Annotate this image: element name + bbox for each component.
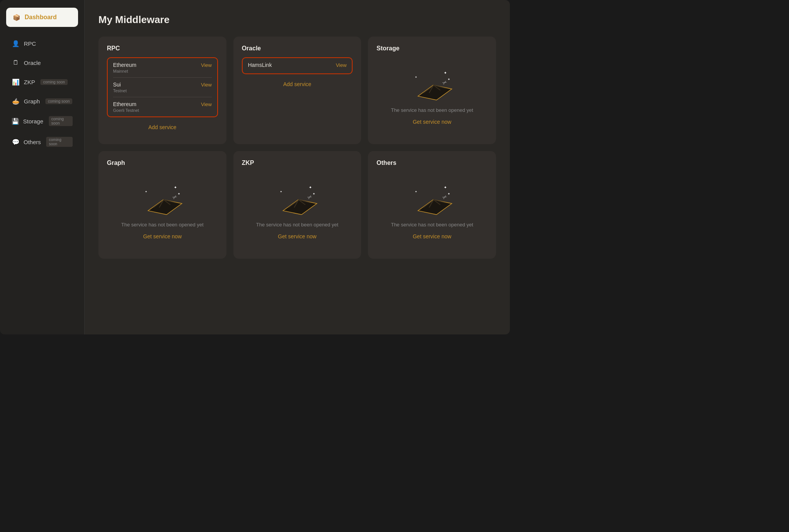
graph-carpet-svg: ✦ ✦ ✦ ✂ — [139, 184, 185, 215]
table-row: HamsLink View — [243, 58, 352, 69]
rpc-view-0[interactable]: View — [201, 62, 212, 68]
storage-icon: 💾 — [12, 117, 19, 125]
zkp-illustration: ✦ ✦ ✦ ✂ — [274, 184, 320, 215]
svg-text:✦: ✦ — [444, 185, 447, 190]
rpc-icon: 👤 — [12, 39, 20, 48]
oracle-card: Oracle HamsLink View Add service — [233, 37, 361, 144]
oracle-card-title: Oracle — [242, 45, 353, 52]
others-card-title: Others — [376, 160, 396, 166]
others-icon: 💬 — [12, 138, 20, 146]
sidebar-others-label: Others — [23, 139, 41, 145]
svg-text:✦: ✦ — [309, 185, 312, 190]
oracle-view-0[interactable]: View — [336, 62, 346, 68]
zkp-card: ZKP ✦ ✦ ✦ ✂ — [233, 151, 361, 259]
graph-icon: 🥧 — [12, 97, 20, 105]
rpc-card-title: RPC — [107, 45, 218, 52]
graph-badge: coming soon — [45, 98, 73, 104]
rpc-view-2[interactable]: View — [201, 101, 212, 107]
rpc-service-name-0: Ethereum — [113, 62, 136, 68]
graph-card-title: Graph — [107, 160, 125, 166]
rpc-service-name-2: Ethereum — [113, 101, 136, 107]
storage-coming-soon: ✦ ✦ ✦ ✂ The service has not been opened … — [391, 57, 473, 137]
svg-text:✦: ✦ — [448, 78, 450, 81]
others-badge: coming soon — [46, 137, 73, 147]
oracle-service-name-0: HamsLink — [248, 62, 272, 68]
sidebar-item-others[interactable]: 💬 Others coming soon — [6, 132, 78, 151]
sidebar-graph-label: Graph — [24, 98, 40, 105]
sidebar-item-zkp[interactable]: 📊 ZKP coming soon — [6, 73, 78, 91]
storage-badge: coming soon — [49, 116, 73, 126]
rpc-card: RPC Ethereum View Mainnet Sui View Testn… — [98, 37, 226, 144]
oracle-add-service-button[interactable]: Add service — [242, 81, 353, 87]
zkp-not-opened: The service has not been opened yet — [256, 221, 338, 229]
main-content: My Middleware RPC Ethereum View Mainnet … — [85, 0, 510, 334]
rpc-view-1[interactable]: View — [201, 82, 212, 88]
graph-illustration: ✦ ✦ ✦ ✂ — [139, 184, 185, 215]
svg-text:✦: ✦ — [174, 185, 177, 190]
others-not-opened: The service has not been opened yet — [391, 221, 473, 229]
svg-text:✦: ✦ — [178, 192, 180, 196]
dashboard-nav-item[interactable]: 📦 Dashboard — [6, 8, 78, 27]
zkp-coming-soon: ✦ ✦ ✦ ✂ The service has not been opened … — [256, 172, 338, 252]
carpet-svg: ✦ ✦ ✦ ✂ — [409, 70, 455, 100]
others-coming-soon: ✦ ✦ ✦ ✂ The service has not been opened … — [391, 172, 473, 252]
sidebar-rpc-label: RPC — [24, 40, 36, 47]
middleware-grid: RPC Ethereum View Mainnet Sui View Testn… — [98, 37, 496, 259]
svg-text:✦: ✦ — [415, 190, 417, 193]
svg-text:✦: ✦ — [145, 190, 147, 193]
zkp-card-title: ZKP — [242, 160, 254, 166]
zkp-icon: 📊 — [12, 78, 20, 86]
rpc-service-sub-1: Testnet — [108, 88, 217, 97]
storage-not-opened: The service has not been opened yet — [391, 106, 473, 114]
page-title: My Middleware — [98, 14, 496, 26]
rpc-service-sub-0: Mainnet — [108, 69, 217, 77]
sidebar-item-graph[interactable]: 🥧 Graph coming soon — [6, 92, 78, 110]
svg-text:✦: ✦ — [280, 190, 282, 193]
svg-text:✦: ✦ — [448, 192, 450, 196]
table-row: Ethereum View — [108, 97, 217, 108]
rpc-service-sub-2: Goerli Testnet — [108, 108, 217, 116]
oracle-icon: 🗒 — [12, 58, 20, 67]
others-card: Others ✦ ✦ ✦ ✂ — [368, 151, 496, 259]
sidebar-item-rpc[interactable]: 👤 RPC — [6, 35, 78, 52]
graph-card: Graph ✦ ✦ ✦ ✂ — [98, 151, 226, 259]
graph-get-service-button[interactable]: Get service now — [143, 233, 181, 239]
storage-get-service-button[interactable]: Get service now — [413, 119, 451, 125]
others-illustration: ✦ ✦ ✦ ✂ — [409, 184, 455, 215]
zkp-get-service-button[interactable]: Get service now — [278, 233, 316, 239]
rpc-service-name-1: Sui — [113, 81, 121, 88]
others-get-service-button[interactable]: Get service now — [413, 233, 451, 239]
graph-coming-soon: ✦ ✦ ✦ ✂ The service has not been opened … — [121, 172, 203, 252]
storage-card-title: Storage — [376, 45, 399, 52]
dashboard-icon: 📦 — [12, 13, 21, 22]
sidebar-storage-label: Storage — [23, 118, 43, 125]
others-carpet-svg: ✦ ✦ ✦ ✂ — [409, 184, 455, 215]
sidebar-zkp-label: ZKP — [24, 79, 35, 85]
storage-illustration: ✦ ✦ ✦ ✂ — [409, 70, 455, 100]
svg-text:✦: ✦ — [444, 71, 447, 75]
table-row: Ethereum View — [108, 58, 217, 69]
zkp-badge: coming soon — [40, 79, 68, 85]
graph-not-opened: The service has not been opened yet — [121, 221, 203, 229]
svg-text:✦: ✦ — [313, 192, 315, 196]
sidebar-item-storage[interactable]: 💾 Storage coming soon — [6, 111, 78, 131]
table-row: Sui View — [108, 78, 217, 88]
sidebar: 📦 Dashboard 👤 RPC 🗒 Oracle 📊 ZKP coming … — [0, 0, 85, 334]
sidebar-oracle-label: Oracle — [24, 60, 41, 66]
rpc-add-service-button[interactable]: Add service — [107, 124, 218, 130]
sidebar-item-oracle[interactable]: 🗒 Oracle — [6, 54, 78, 71]
dashboard-label: Dashboard — [25, 14, 57, 21]
oracle-service-list: HamsLink View — [242, 57, 353, 74]
storage-card: Storage ✦ ✦ — [368, 37, 496, 144]
rpc-service-list: Ethereum View Mainnet Sui View Testnet E… — [107, 57, 218, 117]
svg-text:✦: ✦ — [415, 76, 417, 78]
zkp-carpet-svg: ✦ ✦ ✦ ✂ — [274, 184, 320, 215]
